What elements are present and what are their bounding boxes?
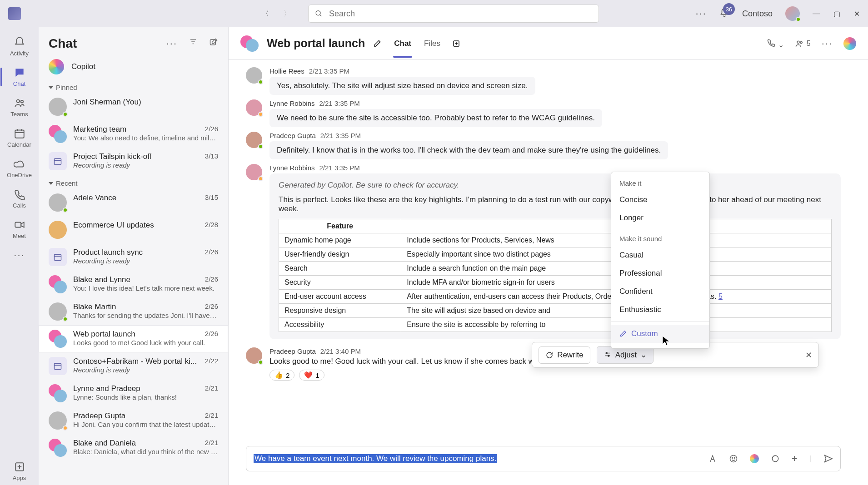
presence-icon (258, 144, 263, 149)
chat-item[interactable]: Project Tailspin kick-off3/13Recording i… (39, 148, 228, 175)
avatar (49, 98, 67, 116)
tab-chat[interactable]: Chat (393, 30, 412, 57)
close-button[interactable]: ✕ (854, 10, 860, 18)
presence-icon (258, 112, 263, 117)
chat-item[interactable]: Blake and Daniela2/21Blake: Daniela, wha… (39, 434, 228, 461)
presence-icon (258, 360, 263, 365)
compose-box[interactable]: We have a team event next month. We will… (246, 446, 841, 471)
notifications-button[interactable]: 36 (719, 8, 729, 20)
participants-button[interactable]: 5 (795, 39, 811, 48)
message: Hollie Rees2/21 3:35 PM Yes, absolutely.… (246, 67, 841, 95)
compose-selected-text[interactable]: We have a team event next month. We will… (254, 454, 497, 463)
avatar (49, 439, 67, 457)
more-icon[interactable]: ··· (696, 8, 707, 20)
copilot-chat-entry[interactable]: Copilot (39, 54, 228, 79)
emoji-icon[interactable] (729, 454, 738, 463)
reaction-pill[interactable]: ❤️1 (299, 370, 324, 381)
separator (611, 230, 709, 230)
chat-item[interactable]: Product launch sync2/26Recording is read… (39, 243, 228, 271)
presence-icon (63, 426, 68, 431)
maximize-button[interactable]: ▢ (833, 10, 840, 18)
tab-files[interactable]: Files (423, 30, 441, 57)
adjust-option-concise[interactable]: Concise (611, 191, 709, 209)
notification-count-badge: 36 (723, 3, 735, 15)
chat-item[interactable]: Adele Vance3/15 (39, 189, 228, 216)
nav-forward-icon[interactable]: 〉 (284, 9, 291, 19)
rail-teams[interactable]: Teams (5, 94, 34, 121)
svg-rect-20 (55, 363, 61, 369)
svg-point-32 (730, 455, 737, 462)
edit-icon[interactable] (373, 40, 381, 48)
teams-logo-icon (8, 7, 21, 20)
rewrite-button[interactable]: Rewrite (539, 346, 590, 364)
minimize-button[interactable]: — (813, 10, 820, 18)
chat-item[interactable]: Blake Martin2/26Thanks for sending the u… (39, 298, 228, 325)
adjust-option-casual[interactable]: Casual (611, 246, 709, 264)
add-attachment-icon[interactable]: + (792, 453, 798, 465)
chat-item[interactable]: Joni Sherman (You) (39, 93, 228, 120)
user-avatar[interactable] (785, 6, 800, 21)
pinned-section-header[interactable]: Pinned (39, 79, 228, 93)
chat-item[interactable]: Marketing team2/26You: We also need to d… (39, 120, 228, 148)
loop-icon[interactable] (771, 454, 780, 463)
adjust-option-enthusiastic[interactable]: Enthusiastic (611, 301, 709, 319)
chat-list-title: Chat (49, 36, 77, 51)
rail-calendar[interactable]: Calendar (5, 124, 34, 152)
adjust-option-longer[interactable]: Longer (611, 209, 709, 227)
chat-item[interactable]: Web portal launch2/26Looks good to me! G… (39, 325, 228, 352)
chat-item[interactable]: Lynne and Pradeep2/21Lynne: Sounds like … (39, 380, 228, 407)
chat-item[interactable]: Blake and Lynne2/26You: I love this idea… (39, 271, 228, 298)
add-tab-icon[interactable] (452, 40, 460, 48)
chat-item[interactable]: Ecommerce UI updates2/28 (39, 216, 228, 243)
caret-icon (49, 182, 53, 185)
apps-icon (14, 461, 25, 473)
format-icon[interactable] (708, 454, 717, 463)
compose-icon[interactable] (209, 38, 218, 47)
rail-apps[interactable]: Apps (5, 457, 34, 485)
rail-chat[interactable]: Chat (5, 63, 34, 91)
recent-section-header[interactable]: Recent (39, 175, 228, 189)
presence-icon (796, 17, 801, 22)
chat-list-more-icon[interactable]: ··· (166, 38, 177, 49)
call-button[interactable]: ⌄ (767, 38, 783, 49)
search-icon (315, 10, 323, 18)
nav-back-icon[interactable]: 〈 (262, 9, 269, 19)
meeting-icon (49, 248, 67, 266)
refresh-icon (545, 351, 554, 359)
rail-more[interactable]: ··· (5, 246, 34, 265)
message-bubble[interactable]: We need to be sure the site is accessibl… (269, 109, 602, 127)
rail-calls[interactable]: Calls (5, 185, 34, 213)
reaction-pill[interactable]: 👍2 (269, 370, 294, 381)
rail-meet[interactable]: Meet (5, 215, 34, 243)
chat-item[interactable]: Pradeep Gupta2/21Hi Joni. Can you confir… (39, 407, 228, 434)
message-bubble[interactable]: Definitely. I know that is in the works … (269, 141, 668, 159)
org-name[interactable]: Contoso (742, 9, 773, 19)
filter-icon[interactable] (189, 38, 197, 46)
meeting-icon (49, 357, 67, 375)
copilot-compose-icon[interactable] (750, 454, 759, 463)
copilot-icon[interactable] (843, 37, 856, 50)
avatar (246, 132, 262, 148)
copilot-message-bubble[interactable]: Generated by Copilot. Be sure to check f… (269, 173, 841, 339)
message: Pradeep Gupta2/21 3:35 PM Definitely. I … (246, 132, 841, 159)
conversation-more-icon[interactable]: ··· (822, 38, 833, 49)
copilot-icon (49, 59, 64, 74)
global-search[interactable] (308, 5, 599, 23)
copilot-close-button[interactable]: ✕ (805, 350, 812, 360)
separator (611, 322, 709, 322)
rail-activity[interactable]: Activity (5, 33, 34, 60)
adjust-option-professional[interactable]: Professional (611, 264, 709, 282)
avatar (49, 193, 67, 212)
adjust-option-confident[interactable]: Confident (611, 282, 709, 301)
svg-rect-16 (55, 158, 61, 164)
search-input[interactable] (329, 9, 592, 19)
svg-point-33 (732, 458, 733, 459)
send-icon[interactable] (823, 454, 833, 464)
reference-link[interactable]: 5 (718, 292, 723, 300)
adjust-option-custom[interactable]: Custom (611, 325, 709, 343)
people-icon (795, 39, 804, 48)
avatar (49, 275, 67, 293)
rail-onedrive[interactable]: OneDrive (5, 154, 34, 182)
message-bubble[interactable]: Yes, absolutely. The site will adjust si… (269, 77, 535, 95)
chat-item[interactable]: Contoso+Fabrikam - Web portal ki...2/22R… (39, 352, 228, 380)
